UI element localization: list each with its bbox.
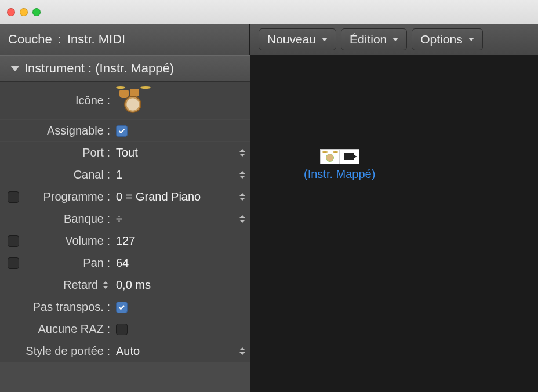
env-object-mapped-instrument[interactable]: (Instr. Mappé)	[304, 149, 375, 181]
port-value[interactable]: Tout	[116, 146, 236, 159]
channel-label: Canal :	[0, 168, 116, 182]
volume-label: Volume :	[26, 234, 116, 248]
staffstyle-value[interactable]: Auto	[116, 344, 236, 358]
port-stepper[interactable]	[239, 147, 247, 159]
layer-value: Instr. MIDI	[67, 32, 125, 47]
delay-mode-stepper[interactable]	[103, 280, 110, 291]
noreset-checkbox[interactable]	[116, 324, 128, 335]
param-row-channel: Canal : 1	[0, 164, 250, 186]
menu-new[interactable]: Nouveau	[259, 28, 336, 50]
env-object-caption: (Instr. Mappé)	[304, 168, 375, 181]
zoom-icon[interactable]	[32, 8, 41, 16]
param-row-bank: Banque : ÷	[0, 208, 250, 230]
param-row-volume: Volume : 127	[0, 230, 250, 252]
separator: :	[58, 32, 61, 47]
param-row-noreset: Aucune RAZ :	[0, 318, 250, 340]
disclosure-triangle-icon[interactable]	[10, 66, 20, 71]
param-row-assignable: Assignable :	[0, 120, 250, 142]
layer-label: Couche	[8, 32, 52, 47]
menu-edit-label: Édition	[350, 32, 387, 46]
drumkit-icon	[322, 151, 337, 162]
param-row-delay: Retard 0,0 ms	[0, 274, 250, 296]
layer-selector[interactable]: Couche : Instr. MIDI	[0, 24, 250, 55]
menu-new-label: Nouveau	[267, 32, 316, 46]
param-row-program: Programme : 0 = Grand Piano	[0, 186, 250, 208]
channel-value[interactable]: 1	[116, 168, 236, 182]
notranspose-checkbox[interactable]	[116, 302, 128, 313]
assignable-label: Assignable :	[0, 124, 116, 137]
icon-label: Icône :	[0, 94, 116, 107]
param-row-pan: Pan : 64	[0, 252, 250, 274]
program-label: Programme :	[26, 190, 116, 204]
port-label: Port :	[0, 146, 116, 159]
bank-value[interactable]: ÷	[116, 212, 236, 226]
canvas-toolbar: Nouveau Édition Options	[250, 24, 538, 55]
assignable-checkbox[interactable]	[116, 125, 128, 137]
close-icon[interactable]	[7, 8, 15, 16]
instrument-section-header[interactable]: Instrument : (Instr. Mappé)	[0, 55, 250, 82]
param-row-icon: Icône :	[0, 82, 250, 120]
pan-enable-checkbox[interactable]	[8, 257, 19, 269]
bank-label: Banque :	[0, 212, 116, 226]
environment-canvas[interactable]: Nouveau Édition Options	[250, 24, 538, 392]
program-value[interactable]: 0 = Grand Piano	[116, 190, 236, 204]
param-row-notranspose: Pas transpos. :	[0, 296, 250, 318]
noreset-label: Aucune RAZ :	[0, 322, 116, 336]
param-row-staffstyle: Style de portée : Auto	[0, 340, 250, 362]
delay-value[interactable]: 0,0 ms	[116, 278, 236, 292]
menu-options[interactable]: Options	[412, 28, 482, 50]
param-row-port: Port : Tout	[0, 142, 250, 164]
section-title: Instrument : (Instr. Mappé)	[24, 61, 174, 76]
notranspose-label: Pas transpos. :	[0, 300, 116, 314]
volume-value[interactable]: 127	[116, 234, 236, 248]
menu-edit[interactable]: Édition	[341, 28, 407, 50]
midi-out-icon	[344, 153, 354, 160]
menu-options-label: Options	[420, 32, 462, 46]
inspector-panel: Couche : Instr. MIDI Instrument : (Instr…	[0, 24, 250, 392]
volume-enable-checkbox[interactable]	[8, 235, 19, 247]
minimize-icon[interactable]	[20, 8, 28, 16]
channel-stepper[interactable]	[239, 169, 247, 181]
bank-stepper[interactable]	[239, 213, 247, 225]
drumkit-icon[interactable]	[116, 88, 151, 114]
pan-label: Pan :	[26, 256, 116, 270]
chevron-down-icon	[322, 38, 328, 41]
delay-label: Retard	[63, 278, 98, 292]
program-enable-checkbox[interactable]	[8, 191, 19, 203]
program-stepper[interactable]	[239, 191, 247, 203]
staffstyle-label: Style de portée :	[0, 344, 116, 358]
chevron-down-icon	[392, 38, 398, 41]
staffstyle-stepper[interactable]	[239, 346, 247, 357]
window-titlebar	[0, 0, 538, 24]
pan-value[interactable]: 64	[116, 256, 236, 270]
chevron-down-icon	[468, 38, 474, 41]
